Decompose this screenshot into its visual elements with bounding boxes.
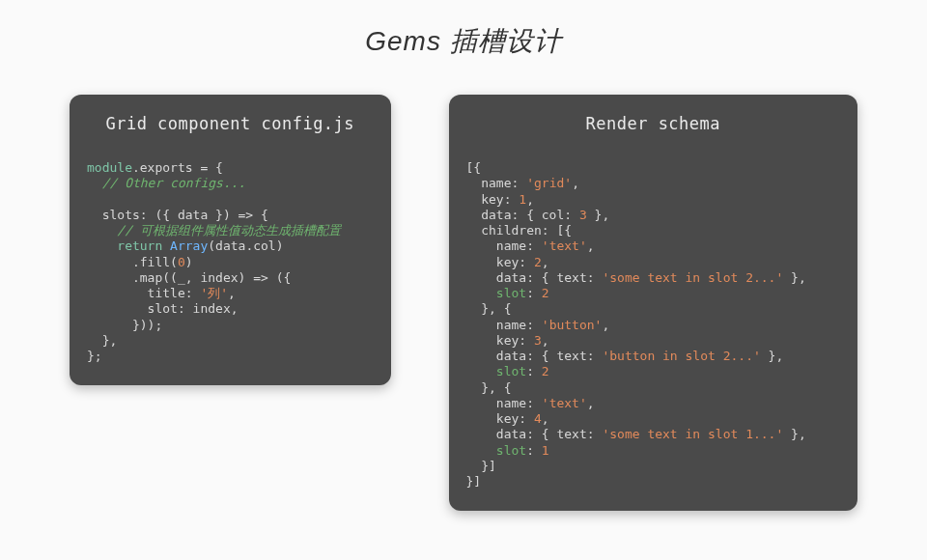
code-token: 4 [534,411,542,426]
code-token: name: [466,396,542,410]
code-token: , [526,192,534,207]
code-token: 'button in slot 2...' [602,349,760,363]
code-token: }, [783,427,805,441]
config-card: Grid component config.js module.exports … [70,95,391,385]
schema-card: Render schema [{ name: 'grid', key: 1, d… [449,95,857,511]
code-token: slot [496,443,526,458]
code-token: 3 [579,208,587,222]
code-token [87,238,117,253]
code-token: , [542,255,549,269]
code-token: return [117,238,162,253]
code-token: , [572,176,579,190]
code-token: }, { [466,301,512,316]
code-token: [{ [466,160,482,175]
code-token: data: { text: [466,349,603,363]
code-token: }] [466,459,496,473]
code-token: slots: ({ data }) => { [87,208,268,222]
code-token: , [542,411,549,426]
code-token: }; [87,349,102,363]
code-comment: // Other configs... [87,176,245,190]
code-token: 2 [542,286,549,300]
code-token: 1 [519,192,526,207]
code-token [466,286,496,300]
code-token: module [87,160,132,175]
code-token [162,238,170,253]
code-token: key: [466,192,520,207]
code-token: name: [466,238,542,253]
code-token: data: { col: [466,208,579,222]
code-token: 'button' [542,318,603,332]
code-token: title: [87,286,200,300]
config-card-title: Grid component config.js [87,114,374,133]
code-token: '列' [200,286,228,300]
schema-card-title: Render schema [466,114,840,133]
code-token: 2 [542,364,549,378]
code-token: , [587,396,595,410]
code-token: }, [783,270,805,285]
code-token: 'some text in slot 1...' [602,427,783,441]
code-token: data: { text: [466,427,603,441]
cards-container: Grid component config.js module.exports … [0,68,927,511]
code-token: (data.col) [208,238,283,253]
code-token: slot [496,286,526,300]
code-token: children: [{ [466,223,573,238]
code-token: .map((_, index) => ({ [87,270,291,285]
code-token: 'some text in slot 2...' [602,270,783,285]
code-token: , [228,286,236,300]
code-token: ) [185,255,193,269]
config-code-block: module.exports = { // Other configs... s… [87,160,374,364]
code-token: }, [761,349,783,363]
code-token: , [542,333,549,348]
code-token: key: [466,255,534,269]
code-token: : [526,286,542,300]
code-token: 1 [542,443,549,458]
code-token: name: [466,318,542,332]
code-token: }, [87,333,117,348]
code-token: slot [496,364,526,378]
code-token: data: { text: [466,270,603,285]
code-token: , [587,238,595,253]
page-title: Gems 插槽设计 [0,0,927,68]
code-token: 'text' [542,396,587,410]
code-token: key: [466,333,534,348]
code-token: }, [587,208,609,222]
code-token: key: [466,411,534,426]
code-token: 0 [178,255,185,269]
code-token: : [526,364,542,378]
code-token: })); [87,318,162,332]
code-token: }, { [466,380,512,395]
code-token: slot: index, [87,301,239,316]
code-token: 2 [534,255,542,269]
code-token [466,443,496,458]
code-comment: // 可根据组件属性值动态生成插槽配置 [87,223,341,238]
code-token: : [526,443,542,458]
code-token: name: [466,176,527,190]
code-token: .exports = { [132,160,223,175]
schema-code-block: [{ name: 'grid', key: 1, data: { col: 3 … [466,160,840,490]
code-token: 'grid' [526,176,572,190]
code-token: Array [170,238,208,253]
code-token [466,364,496,378]
code-token: 'text' [542,238,587,253]
code-token: .fill( [87,255,178,269]
code-token: }] [466,474,482,489]
code-token: 3 [534,333,542,348]
code-token: , [602,318,609,332]
